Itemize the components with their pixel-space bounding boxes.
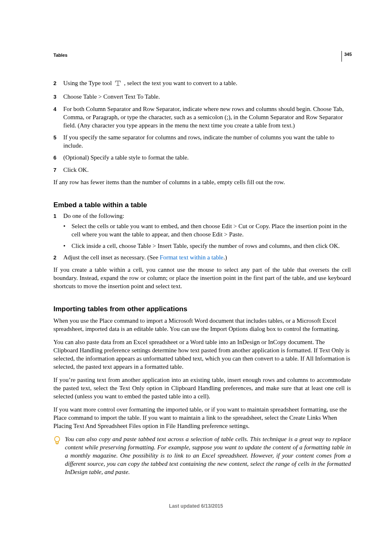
step-5: 5 If you specify the same separator for …: [53, 133, 351, 150]
paragraph: You can also paste data from an Excel sp…: [53, 338, 351, 371]
step-text-after: .): [224, 254, 227, 261]
paragraph: When you use the Place command to import…: [53, 317, 351, 333]
lightbulb-icon: [53, 435, 65, 476]
svg-point-1: [55, 437, 60, 442]
bullet-dot-icon: •: [63, 222, 71, 238]
page-number-container: 345: [341, 51, 352, 62]
steps-list-a: 2 Using the Type tool , select the text …: [53, 79, 351, 174]
bullet-body: Select the cells or table you want to em…: [71, 222, 351, 238]
bullet-dot-icon: •: [63, 242, 71, 250]
step-number: 2: [53, 79, 63, 89]
step-4: 4 For both Column Separator and Row Sepa…: [53, 105, 351, 130]
paragraph: If you create a table within a cell, you…: [53, 266, 351, 290]
embed-step-1: 1 Do one of the following:: [53, 212, 351, 220]
step-body: Click OK.: [63, 166, 351, 174]
step-body: Adjust the cell inset as necessary. (See…: [63, 253, 351, 262]
step-body: Do one of the following:: [63, 212, 351, 220]
paragraph: If you’re pasting text from another appl…: [53, 376, 351, 400]
step-text-before: Using the Type tool: [63, 80, 113, 86]
heading-embed: Embed a table within a table: [53, 201, 351, 209]
tip-text: You can also copy and paste tabbed text …: [65, 435, 351, 476]
step-number: 1: [53, 212, 63, 220]
paragraph: If you want more control over formatting…: [53, 405, 351, 430]
step-number: 7: [53, 166, 63, 174]
step-number: 2: [53, 253, 63, 262]
bullet-item: • Click inside a cell, choose Table > In…: [53, 242, 351, 250]
tip-block: You can also copy and paste tabbed text …: [53, 435, 351, 476]
step-text-before: Adjust the cell inset as necessary. (See: [63, 254, 160, 261]
embed-step-2: 2 Adjust the cell inset as necessary. (S…: [53, 253, 351, 262]
bullet-item: • Select the cells or table you want to …: [53, 222, 351, 238]
page: 345 Tables 2 Using the Type tool , selec…: [0, 0, 392, 555]
step-text-after: , select the text you want to convert to…: [124, 80, 238, 86]
step-body: Choose Table > Convert Text To Table.: [63, 92, 351, 101]
step-number: 3: [53, 92, 63, 101]
page-number: 345: [344, 52, 352, 57]
step-number: 5: [53, 133, 63, 150]
embed-bullets: • Select the cells or table you want to …: [53, 222, 351, 250]
step-3: 3 Choose Table > Convert Text To Table.: [53, 92, 351, 101]
step-6: 6 (Optional) Specify a table style to fo…: [53, 153, 351, 162]
step-body: For both Column Separator and Row Separa…: [63, 105, 351, 130]
step-body: Using the Type tool , select the text yo…: [63, 79, 351, 89]
step-body: If you specify the same separator for co…: [63, 133, 351, 150]
embed-steps: 1 Do one of the following: • Select the …: [53, 212, 351, 262]
bullet-body: Click inside a cell, choose Table > Inse…: [71, 242, 351, 250]
step-number: 4: [53, 105, 63, 130]
type-tool-icon: [114, 79, 122, 89]
heading-import: Importing tables from other applications: [53, 305, 351, 313]
step-7: 7 Click OK.: [53, 166, 351, 174]
paragraph: If any row has fewer items than the numb…: [53, 178, 351, 186]
link-format-text[interactable]: Format text within a table: [160, 254, 224, 261]
step-2: 2 Using the Type tool , select the text …: [53, 79, 351, 89]
step-number: 6: [53, 153, 63, 162]
step-body: (Optional) Specify a table style to form…: [63, 153, 351, 162]
section-heading: Tables: [53, 53, 351, 58]
footer-last-updated: Last updated 6/13/2015: [0, 503, 392, 509]
